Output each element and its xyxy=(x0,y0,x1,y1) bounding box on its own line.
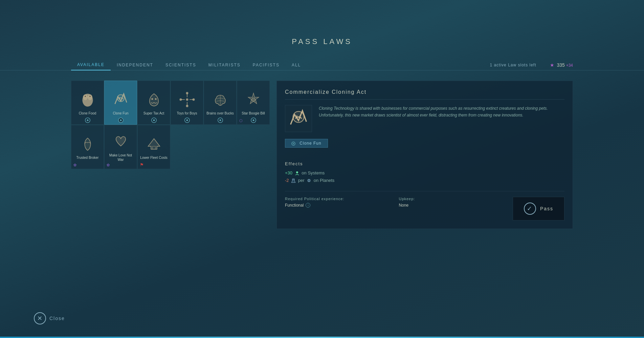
star-boogie-bill-label: Star Boogie Bill xyxy=(240,110,267,116)
make-love-not-war-corner-icon: ✿ xyxy=(107,163,110,167)
svg-point-2 xyxy=(88,94,92,100)
trusted-broker-icon xyxy=(77,134,98,154)
law-cell-toys-for-boys[interactable]: Toys for Boys xyxy=(171,81,203,125)
star-boogie-bill-indicator xyxy=(251,118,256,123)
stars-plus: +34 xyxy=(566,63,573,68)
brains-over-bucks-label: Brains over Bucks xyxy=(204,110,236,116)
svg-point-4 xyxy=(89,96,90,97)
super-tax-act-icon xyxy=(144,89,164,110)
tab-pacifists[interactable]: PACIFISTS xyxy=(247,60,286,70)
svg-point-3 xyxy=(85,96,86,97)
tab-militarists[interactable]: MILITARISTS xyxy=(202,60,247,70)
effect-2-text: on Planets xyxy=(314,178,334,183)
make-love-not-war-label: Make Love Not War xyxy=(105,152,137,163)
clone-fun-indicator xyxy=(118,118,124,123)
slots-info: 1 active Law slots left xyxy=(490,63,536,67)
law-cell-brains-over-bucks[interactable]: Brains over Bucks xyxy=(204,81,237,125)
clone-food-indicator xyxy=(85,118,90,123)
science-icon xyxy=(291,178,296,183)
bottom-bar xyxy=(0,337,644,338)
tab-scientists[interactable]: SCIENTISTS xyxy=(159,60,202,70)
req-info-icon: i xyxy=(306,203,310,208)
tabs-container: AVAILABLE INDEPENDENT SCIENTISTS MILITAR… xyxy=(0,60,644,70)
law-cell-clone-food[interactable]: Clone Food xyxy=(71,81,104,125)
svg-point-10 xyxy=(186,98,188,101)
detail-top: Cloning Technology is shared with busine… xyxy=(285,105,564,132)
effects-section: Effects +30 on Systems -2 xyxy=(285,161,564,183)
lower-fleet-costs-corner-icon: ⚑ xyxy=(140,162,144,167)
pass-check-icon: ✓ xyxy=(524,203,536,215)
effect-1-value: +30 xyxy=(285,170,292,175)
req-section: Required Political experience: Functiona… xyxy=(285,197,385,208)
star-boogie-bill-icon xyxy=(243,89,264,110)
upkeep-label: Upkeep: xyxy=(399,197,499,201)
brains-over-bucks-indicator xyxy=(218,118,223,123)
clone-food-label: Clone Food xyxy=(77,110,98,116)
detail-law-icon xyxy=(285,105,312,132)
detail-title: Commercialize Cloning Act xyxy=(285,89,564,100)
laws-row-1: Clone Food Clone Fun xyxy=(71,81,270,125)
brains-over-bucks-icon xyxy=(210,89,230,110)
svg-point-8 xyxy=(151,98,153,100)
trusted-broker-corner-icon: ✿ xyxy=(73,163,76,167)
tab-independent[interactable]: INDEPENDENT xyxy=(111,60,159,70)
super-tax-act-indicator xyxy=(151,118,157,123)
current-law-name: Clone Fun xyxy=(299,141,321,146)
bottom-section: Required Political experience: Functiona… xyxy=(285,191,564,220)
clone-fun-icon xyxy=(111,89,131,110)
laws-grid: Clone Food Clone Fun xyxy=(71,81,270,229)
req-value: Functional i xyxy=(285,203,385,208)
pass-button[interactable]: ✓ Pass xyxy=(513,197,564,220)
close-icon: ✕ xyxy=(34,312,46,324)
stars-value: 335 xyxy=(557,62,564,68)
law-cell-star-boogie-bill[interactable]: Star Boogie Bill ⬡ xyxy=(237,81,270,125)
current-law-radio-dot xyxy=(291,142,295,146)
law-cell-clone-fun[interactable]: Clone Fun xyxy=(104,81,137,125)
effect-2-value: -2 xyxy=(285,178,289,183)
page-title: PASS LAWS xyxy=(0,0,644,46)
svg-point-1 xyxy=(83,94,88,100)
star-boogie-bill-corner-icon: ⬡ xyxy=(239,119,243,123)
svg-point-17 xyxy=(179,98,182,101)
law-cell-super-tax-act[interactable]: Super Tax Act xyxy=(137,81,170,125)
current-law-badge[interactable]: Clone Fun xyxy=(285,139,328,148)
current-law-badge-container: Clone Fun xyxy=(285,139,564,154)
toys-for-boys-icon xyxy=(177,89,197,110)
svg-point-19 xyxy=(251,98,255,101)
pass-button-label: Pass xyxy=(540,206,553,211)
star-icon: ★ xyxy=(550,62,554,68)
law-cell-make-love-not-war[interactable]: Make Love Not War ✿ xyxy=(104,125,137,169)
svg-point-9 xyxy=(155,98,156,100)
close-label: Close xyxy=(49,316,65,321)
law-cell-trusted-broker[interactable]: Trusted Broker ✿ xyxy=(71,125,104,169)
svg-point-23 xyxy=(296,171,298,173)
req-value-text: Functional xyxy=(285,203,304,208)
laws-row-2: Trusted Broker ✿ Make Love Not War ✿ xyxy=(71,125,270,169)
lower-fleet-costs-icon xyxy=(144,134,164,154)
make-love-not-war-icon xyxy=(111,131,131,152)
svg-point-16 xyxy=(186,105,188,107)
effects-title: Effects xyxy=(285,161,564,166)
tab-available[interactable]: AVAILABLE xyxy=(71,60,111,70)
clone-fun-label: Clone Fun xyxy=(111,110,130,116)
trusted-broker-label: Trusted Broker xyxy=(74,154,101,161)
tab-all[interactable]: ALL xyxy=(286,60,307,70)
detail-description: Cloning Technology is shared with busine… xyxy=(319,105,564,132)
toys-for-boys-indicator xyxy=(184,118,190,123)
population-icon xyxy=(295,170,299,176)
detail-panel: Commercialize Cloning Act Cloning Techno… xyxy=(276,81,573,229)
effect-1-text: on Systems xyxy=(302,170,325,175)
effect-line-2: -2 per on Planets xyxy=(285,178,564,183)
close-button[interactable]: ✕ Close xyxy=(34,312,65,324)
upkeep-value: None xyxy=(399,203,499,208)
req-label: Required Political experience: xyxy=(285,197,385,201)
upkeep-section: Upkeep: None xyxy=(399,197,499,208)
law-cell-lower-fleet-costs[interactable]: Lower Fleet Costs ⚑ xyxy=(137,125,170,169)
toys-for-boys-label: Toys for Boys xyxy=(175,110,199,116)
clone-food-icon xyxy=(77,89,98,110)
super-tax-act-label: Super Tax Act xyxy=(141,110,166,116)
main-layout: Clone Food Clone Fun xyxy=(0,74,644,229)
effect-2-per: per xyxy=(298,178,306,183)
planet-icon xyxy=(307,178,311,183)
svg-point-18 xyxy=(192,98,195,101)
